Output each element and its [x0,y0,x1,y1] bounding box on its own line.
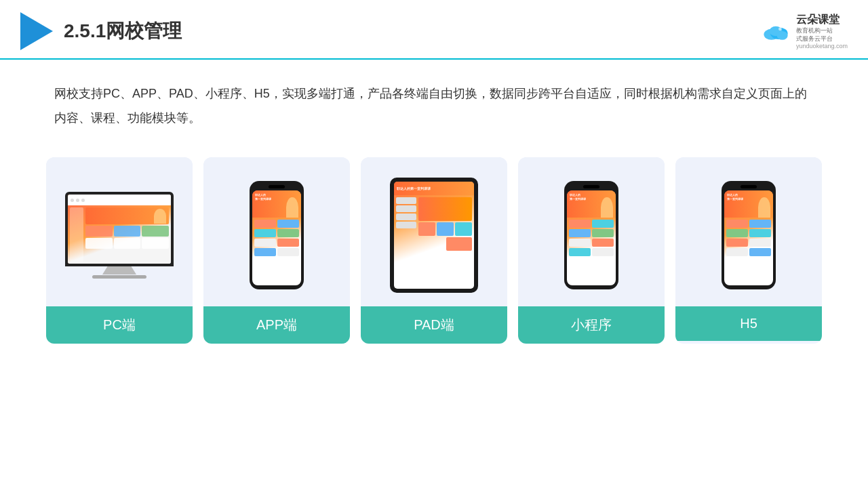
brand-name-cn: 云朵课堂 [796,13,848,27]
pad-mockup: 职达人的第一堂判课课 [390,178,478,293]
brand-row: 云朵课堂 教育机构一站 式服务云平台 yunduoketang.com [760,13,848,49]
brand-tagline: 教育机构一站 式服务云平台 [796,27,848,43]
page-title: 2.5.1网校管理 [64,18,182,44]
card-miniprogram: 职达人的第一堂判课课 [518,157,665,344]
brand-url: yunduoketang.com [796,43,848,49]
header: 2.5.1网校管理 云朵课堂 教育机构一站 式服务云平台 yunduoketan… [0,0,868,60]
card-pc-label: PC端 [46,306,193,344]
card-h5-label: H5 [675,306,822,341]
card-pad-image: 职达人的第一堂判课课 [361,157,507,306]
pc-stand [102,266,136,274]
svg-point-4 [778,27,782,30]
header-left: 2.5.1网校管理 [20,12,182,50]
brand-text: 云朵课堂 教育机构一站 式服务云平台 yunduoketang.com [796,13,848,49]
description-text: 网校支持PC、APP、PAD、小程序、H5，实现多端打通，产品各终端自由切换，数… [0,60,868,144]
phone-h5-mockup: 职达人的第一堂判课课 [722,181,776,289]
phone-app-mockup: 职达人的第一堂判课课 [250,181,304,289]
card-pad-label: PAD端 [361,306,507,344]
pc-mockup [65,192,174,279]
logo-triangle-icon [20,12,53,50]
pc-screen [65,192,174,266]
card-pc: PC端 [46,157,193,344]
brand-area: 云朵课堂 教育机构一站 式服务云平台 yunduoketang.com [760,13,848,49]
card-miniprogram-label: 小程序 [518,306,665,344]
card-app-image: 职达人的第一堂判课课 [203,157,350,306]
card-pad: 职达人的第一堂判课课 [361,157,507,344]
cloud-icon [760,20,792,42]
phone-miniprogram-mockup: 职达人的第一堂判课课 [564,181,618,289]
platform-cards: PC端 职达人的第一堂判课课 [0,144,868,364]
pc-base [92,275,146,279]
card-app-label: APP端 [203,306,350,344]
card-h5: 职达人的第一堂判课课 [675,157,822,344]
card-pc-image [46,157,193,306]
card-miniprogram-image: 职达人的第一堂判课课 [518,157,665,306]
card-app: 职达人的第一堂判课课 [203,157,350,344]
svg-point-3 [777,31,788,40]
card-h5-image: 职达人的第一堂判课课 [675,157,822,306]
